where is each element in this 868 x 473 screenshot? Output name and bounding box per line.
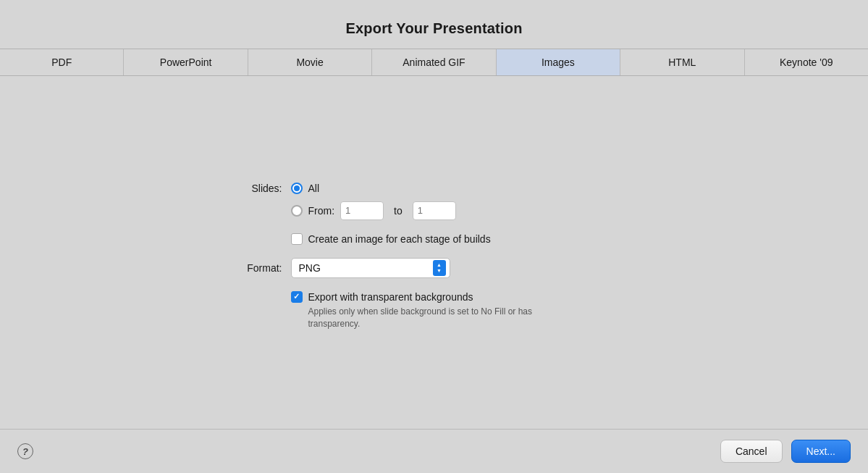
footer-buttons: Cancel Next... [720, 440, 851, 463]
builds-label: Create an image for each stage of builds [308, 233, 491, 245]
content-area: Slides: All From: to [0, 76, 868, 429]
tab-powerpoint[interactable]: PowerPoint [124, 49, 248, 75]
slides-options: All From: to [291, 183, 456, 220]
tab-images[interactable]: Images [497, 49, 620, 75]
title-bar: Export Your Presentation [0, 0, 868, 49]
help-button[interactable]: ? [17, 443, 33, 459]
export-dialog: Export Your Presentation PDF PowerPoint … [0, 0, 868, 473]
builds-checkbox[interactable] [291, 233, 303, 245]
slides-from-row: From: to [291, 201, 456, 220]
to-input[interactable] [413, 201, 456, 220]
tab-keynote09[interactable]: Keynote '09 [745, 49, 868, 75]
format-select-wrapper: PNG JPEG TIFF [291, 258, 450, 278]
slides-section: Slides: All From: to [224, 183, 644, 220]
cancel-button[interactable]: Cancel [720, 440, 783, 463]
radio-all[interactable] [291, 183, 303, 194]
builds-row: Create an image for each stage of builds [291, 233, 644, 245]
tab-bar: PDF PowerPoint Movie Animated GIF Images… [0, 49, 868, 76]
tab-html[interactable]: HTML [620, 49, 744, 75]
from-input[interactable] [340, 201, 384, 220]
format-label: Format: [224, 262, 282, 274]
form-area: Slides: All From: to [224, 183, 644, 330]
slides-all-label: All [308, 183, 320, 194]
to-label: to [394, 205, 403, 217]
next-button[interactable]: Next... [791, 440, 851, 463]
from-label: From: [308, 205, 335, 217]
slides-label: Slides: [224, 183, 282, 194]
transparent-label: Export with transparent backgrounds [308, 291, 473, 303]
transparent-section: Export with transparent backgrounds Appl… [291, 291, 644, 330]
slides-all-row: All [291, 183, 456, 194]
transparent-help-text: Applies only when slide background is se… [308, 306, 562, 330]
tab-animated-gif[interactable]: Animated GIF [372, 49, 496, 75]
tab-pdf[interactable]: PDF [0, 49, 124, 75]
transparent-checkbox[interactable] [291, 291, 303, 303]
tab-movie[interactable]: Movie [248, 49, 372, 75]
dialog-title: Export Your Presentation [0, 20, 868, 37]
footer: ? Cancel Next... [0, 429, 868, 473]
format-row: Format: PNG JPEG TIFF [224, 258, 644, 278]
radio-from[interactable] [291, 205, 303, 217]
transparent-row: Export with transparent backgrounds [291, 291, 644, 303]
format-select[interactable]: PNG JPEG TIFF [291, 258, 450, 278]
